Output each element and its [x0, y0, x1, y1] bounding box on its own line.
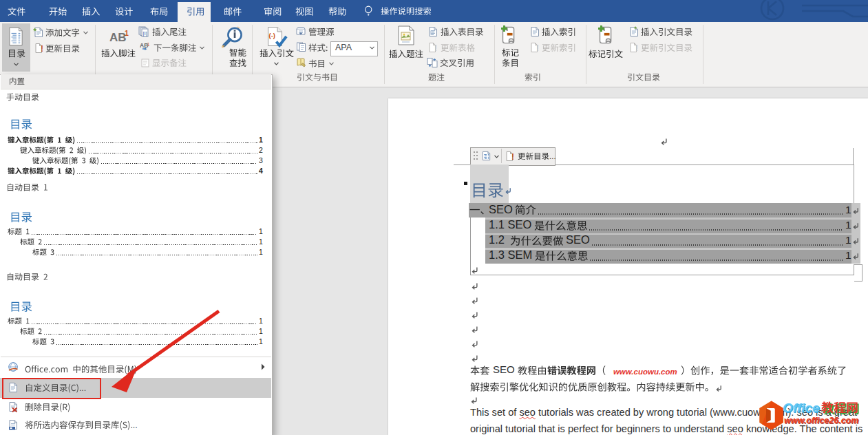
- svg-text:!: !: [536, 43, 539, 53]
- svg-text:!: !: [434, 43, 437, 53]
- svg-text:[i]: [i]: [143, 30, 147, 36]
- svg-text:!: !: [635, 43, 638, 53]
- svg-text:!: !: [511, 152, 514, 162]
- svg-text:!: !: [41, 44, 43, 54]
- svg-text:1: 1: [147, 42, 150, 47]
- svg-text:(-): (-): [269, 32, 276, 39]
